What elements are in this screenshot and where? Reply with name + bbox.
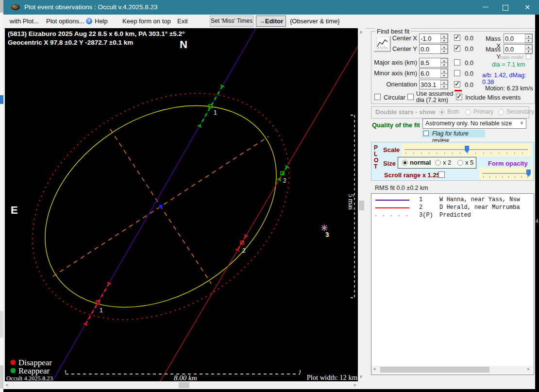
double-stars-radio-both[interactable] — [439, 109, 445, 115]
ab-dmag-text: a/b: 1.42, dMag: 0.38 — [482, 72, 535, 85]
spin-down-icon[interactable]: ▼ — [440, 63, 448, 67]
major-axis-fix-checkbox[interactable] — [454, 59, 460, 66]
center-y-spinner: ▲▼ — [419, 44, 448, 54]
uncertainty-ellipse — [5, 47, 332, 366]
observer-2-name[interactable]: D Herald, near Murrumba — [439, 204, 520, 211]
app-icon — [10, 3, 21, 11]
observer-list-hscroll-thumb[interactable] — [380, 367, 489, 373]
spin-down-icon[interactable]: ▼ — [440, 85, 448, 89]
scroll-left-icon[interactable]: < — [373, 367, 376, 372]
orientation-input[interactable] — [420, 80, 440, 89]
ellipse-center-marker — [159, 205, 163, 208]
shape-model-label: Shape model — [493, 55, 523, 60]
motion-text: Motion: 6.23 km/s — [485, 85, 533, 92]
spin-down-icon[interactable]: ▼ — [440, 38, 448, 43]
spin-up-icon[interactable]: ▲ — [440, 58, 448, 63]
orientation-spinner: ▲▼ — [419, 80, 448, 89]
size-radio-x5[interactable] — [457, 160, 463, 166]
spin-up-icon[interactable]: ▲ — [440, 80, 448, 85]
titlebar: Plot event observations : Occult v.4.202… — [3, 0, 539, 15]
orientation-label: Orientation — [375, 81, 417, 88]
shape-model-checkbox[interactable] — [526, 54, 531, 59]
flag-review-checkbox[interactable] — [423, 131, 429, 136]
spin-down-icon[interactable]: ▼ — [525, 38, 532, 43]
mass-y-input[interactable] — [504, 45, 525, 53]
observer-1-name[interactable]: W Hanna, near Yass, Nsw — [439, 196, 520, 203]
plot-area[interactable]: 1 1 2 2 3 3 5 mas — [5, 28, 358, 381]
observer-2-number: 2 — [419, 204, 422, 211]
minor-axis-spinner: ▲▼ — [419, 68, 448, 78]
scroll-right-icon[interactable]: > — [354, 383, 356, 388]
double-stars-primary-label: Primary — [473, 108, 493, 115]
disappear-dot-icon — [11, 360, 16, 365]
size-radio-x2[interactable] — [435, 160, 441, 166]
km-scale-label: 8.00 km — [174, 374, 197, 381]
observer-3-name[interactable]: Predicted — [439, 212, 471, 219]
size-radio-normal[interactable] — [402, 160, 408, 166]
east-label: E — [11, 204, 18, 216]
spin-down-icon[interactable]: ▼ — [440, 73, 448, 78]
set-miss-times-button[interactable]: Set 'Miss' Times — [210, 16, 253, 27]
minor-axis-input[interactable] — [420, 69, 440, 78]
maximize-button[interactable] — [498, 0, 512, 15]
center-y-fix-checkbox[interactable] — [454, 45, 460, 51]
chord-2-path[interactable] — [160, 46, 358, 381]
observer-list[interactable]: 1 W Hanna, near Yass, Nsw 2 D Herald, ne… — [371, 193, 534, 375]
sliver-fragment — [0, 365, 3, 389]
right-edge-strip: 4 — [535, 15, 539, 392]
spin-down-icon[interactable]: ▼ — [525, 49, 532, 53]
spin-up-icon[interactable]: ▲ — [440, 69, 448, 73]
scale-slider[interactable] — [402, 144, 531, 156]
circular-checkbox[interactable] — [374, 94, 381, 100]
major-axis-input[interactable] — [420, 58, 440, 67]
scroll-left-icon[interactable]: < — [6, 383, 8, 388]
mass-y-spinner: ▲▼ — [504, 44, 533, 54]
orientation-mark-underline — [455, 92, 462, 92]
spin-down-icon[interactable]: ▼ — [440, 49, 448, 53]
menu-exit[interactable]: Exit — [177, 17, 188, 25]
use-assumed-checkbox[interactable] — [407, 94, 414, 100]
minor-axis-fix-checkbox[interactable] — [454, 70, 460, 76]
spin-up-icon[interactable]: ▲ — [440, 34, 448, 38]
spin-up-icon[interactable]: ▲ — [525, 45, 532, 49]
include-miss-label: Include Miss events — [465, 94, 521, 101]
plot-letters: P L O T — [374, 145, 378, 170]
center-x-fix-checkbox[interactable] — [454, 34, 460, 41]
scroll-right-icon[interactable]: > — [527, 367, 529, 372]
menu-keep-on-top[interactable]: Keep form on top — [122, 17, 171, 25]
form-opacity-slider[interactable] — [479, 168, 533, 180]
mass-x-input[interactable] — [504, 34, 525, 43]
editor-button[interactable]: →Editor — [256, 16, 286, 27]
plot-vscroll-thumb[interactable] — [359, 201, 364, 210]
size-normal-label: normal — [410, 159, 431, 166]
center-y-input[interactable] — [420, 45, 440, 53]
circular-label: Circular — [384, 94, 405, 101]
double-stars-radio-secondary[interactable] — [498, 109, 504, 115]
rms-fit-label: RMS fit 0.0 ±0.2 km — [375, 185, 428, 191]
menu-help[interactable]: Help — [95, 17, 108, 25]
minimize-button[interactable] — [478, 0, 493, 15]
plot-hscrollbar[interactable]: < > — [4, 381, 365, 389]
spin-up-icon[interactable]: ▲ — [525, 34, 532, 38]
form-opacity-track[interactable] — [482, 173, 530, 174]
close-button[interactable]: ✕ — [519, 0, 536, 15]
find-best-fit-title: Find best fit — [375, 28, 411, 35]
chevron-down-icon[interactable]: ∨ — [520, 120, 523, 125]
menu-plot-options[interactable]: Plot options... — [46, 17, 84, 25]
observer-list-hscrollbar[interactable]: < > — [371, 366, 533, 374]
include-miss-checkbox[interactable] — [456, 94, 462, 100]
chord-1-path[interactable] — [52, 28, 256, 381]
quality-combobox[interactable]: Astrometry only. No reliable size ∨ — [422, 119, 526, 129]
plot-vscrollbar[interactable]: ∧ ∨ — [358, 28, 365, 381]
orientation-fix-checkbox[interactable] — [454, 81, 460, 87]
spin-up-icon[interactable]: ▲ — [440, 45, 448, 49]
sliver-selected-row — [0, 95, 3, 104]
plot-hscroll-thumb[interactable] — [179, 382, 189, 388]
menu-with-plot[interactable]: with Plot... — [10, 17, 39, 25]
quality-label: Quality of the fit — [372, 121, 420, 129]
scroll-range-checkbox[interactable] — [438, 171, 445, 178]
double-stars-radio-primary[interactable] — [465, 109, 471, 115]
scroll-down-icon[interactable]: ∨ — [359, 374, 363, 379]
center-x-input[interactable] — [420, 34, 440, 43]
scroll-up-icon[interactable]: ∧ — [359, 30, 363, 34]
